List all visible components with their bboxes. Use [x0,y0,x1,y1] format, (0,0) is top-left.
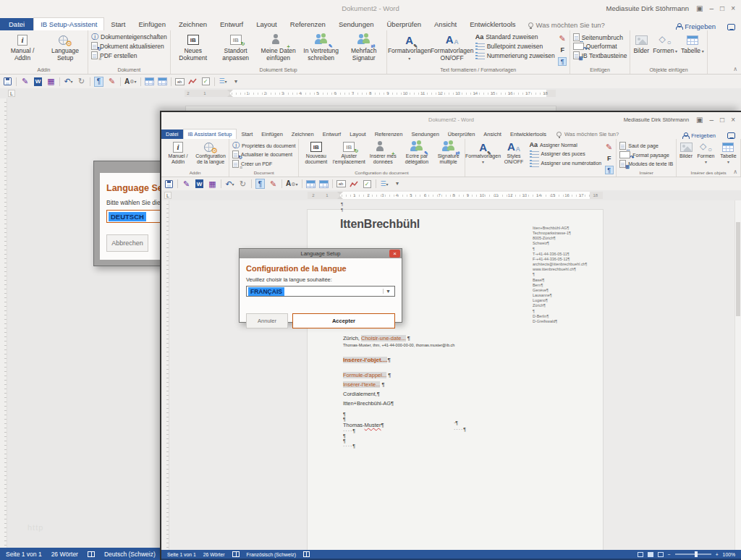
button-format-brush[interactable]: ✎ [604,142,614,152]
tab-berpr-fen[interactable]: Überprüfen [381,18,428,30]
button-nouveau-document[interactable]: IBNouveau document [300,140,331,169]
tab-entwurf[interactable]: Entwurf [213,18,250,30]
word-count[interactable]: 26 Wörter [51,551,78,558]
button-manual-addin[interactable]: iManual / AddIn [1,31,43,67]
tab-sendungen[interactable]: Sendungen [332,18,381,30]
qat-undo-dd[interactable]: ↶▾ [225,179,234,189]
qat-redo[interactable]: ↻ [77,77,86,87]
macro-icon[interactable] [303,551,310,557]
button-pilcrow-active[interactable]: ¶ [604,165,614,175]
cancel-button[interactable]: Annuler [246,313,288,328]
button-pdf-erstellen[interactable]: ≡PDF erstellen [91,51,167,59]
share-button[interactable]: Freigeben [676,22,720,30]
button-seitenumbruch[interactable]: ‐‐Seitenumbruch [573,33,627,41]
share-button[interactable]: Freigeben [682,132,720,139]
tab-einf-gen[interactable]: Einfügen [257,130,287,139]
comments-icon[interactable] [727,24,735,30]
tell-me[interactable]: Was möchten Sie tun? [551,130,624,139]
button-bold-f[interactable]: F [604,153,614,164]
tab-stop-selector[interactable]: L [164,192,172,199]
button-format-brush[interactable]: ✎ [558,33,567,43]
language-indicator[interactable]: Deutsch (Schweiz) [104,551,156,558]
zoom-in-icon[interactable]: + [716,552,719,557]
collapse-ribbon-icon[interactable]: ∧ [733,169,737,175]
button-signature-multiple[interactable]: ⇄Signature multiple [434,140,463,169]
qat-floppy[interactable] [3,77,12,87]
button-bulletpoint-zuweisen[interactable]: Bulletpoint zuweisen [475,42,555,50]
tab-datei[interactable]: Datei [0,18,33,30]
qat-font-settings-dd[interactable]: A⚙▾ [124,77,137,87]
button-cr-er-un-pdf[interactable]: ≡Créer un PDF [232,160,295,168]
button-meine-daten-einf-gen[interactable]: +Meine Daten einfügen [258,31,300,67]
qat-doc-edit-purple[interactable]: ✎ [182,179,191,189]
page-indicator[interactable]: Seite 1 von 1 [167,552,196,557]
tab-ib-setup-assistent[interactable]: IB Setup-Assistent [33,17,104,30]
button-mehrfach-signatur[interactable]: ⇄Mehrfach Signatur [343,31,385,67]
qat-check-box[interactable]: ✓ [201,77,211,87]
zoom-out-icon[interactable]: − [668,552,671,557]
qat-qat-more[interactable]: ▾ [393,179,402,189]
qat-undo-dd[interactable]: ↶▾ [64,77,73,87]
titlebar[interactable]: Dokument2 - Word Mediasuite Dirk Stöhrma… [0,0,741,16]
web-layout-icon[interactable] [658,552,664,557]
qat-chart[interactable] [188,77,198,87]
tab-berpr-fen[interactable]: Überprüfen [444,130,480,139]
button-modules-de-texte-ib[interactable]: ⊞Modules de texte IB [619,160,673,168]
button-formatvorlagen[interactable]: A✎Formatvorlagen ▾ [389,31,431,67]
qat-qat-more[interactable]: ▾ [232,77,241,87]
titlebar[interactable]: Dokument2 - Word Mediasuite Dirk Stöhrma… [161,112,741,127]
qat-word-doc[interactable]: W [33,77,43,87]
comments-icon[interactable] [727,132,735,139]
button-tabelle[interactable]: Tabelle ▾ [679,31,706,67]
button-standort-anpassen[interactable]: IB↻Standort anpassen [215,31,257,67]
accept-button[interactable]: Accepter [292,313,395,328]
button-saut-de-page[interactable]: ‐‐Saut de page [619,142,673,150]
button-propri-t-s-du-document[interactable]: ⓘPropriétés du document [232,142,295,149]
tab-referenzen[interactable]: Referenzen [284,18,332,30]
qat-font-settings-dd[interactable]: A⚙▾ [286,179,298,189]
qat-pilcrow-active[interactable]: ¶ [94,77,103,87]
qat-table-style[interactable] [319,179,329,189]
button-standard-zuweisen[interactable]: AaStandard zuweisen [475,33,555,41]
qat-abc-box[interactable]: ab [336,179,346,189]
button-querformat[interactable]: ↷Querformat [573,43,627,50]
button-formen[interactable]: ◇○Formen ▾ [695,140,717,169]
dialog-titlebar[interactable]: Language Setup × [240,249,402,258]
button-neues-dokument[interactable]: IBNeues Dokument [172,31,214,67]
qat-abc-box[interactable]: ab [175,77,185,87]
close-icon[interactable]: × [389,250,400,258]
qat-table-insert[interactable] [145,77,154,87]
tab-datei[interactable]: Datei [161,130,183,139]
qat-word-doc[interactable]: W [195,179,204,189]
tab-ansicht[interactable]: Ansicht [428,18,463,30]
button-assigner-une-num-rotation[interactable]: Assigner une numérotation [530,159,602,167]
qat-redo[interactable]: ↻ [238,179,247,189]
tell-me[interactable]: Was möchten Sie tun? [522,20,611,30]
button-tabelle[interactable]: Tabelle ▾ [718,140,739,169]
indent-marker[interactable] [337,192,343,199]
language-dropdown[interactable]: FRANÇAIS ▼ [246,286,395,297]
qat-table-style[interactable] [158,77,167,87]
tab-referenzen[interactable]: Referenzen [370,130,407,139]
button-nummerierung-zuweisen[interactable]: Nummerierung zuweisen [475,51,555,59]
button-pilcrow-active[interactable]: ¶ [558,56,567,67]
tab-entwicklertools[interactable]: Entwicklertools [506,130,551,139]
button-manuel-addin[interactable]: iManuel / AddIn [163,140,193,169]
horizontal-ruler[interactable]: 21123456789101112131415161718 [185,90,556,97]
button-dokument-aktualisieren[interactable]: ↻Dokument aktualisieren [91,42,167,50]
button-ecrire-par-d-l-gation[interactable]: ✎Ecrire par délégation [400,140,433,169]
vertical-scrollbar[interactable] [734,200,741,550]
button-format-paysage[interactable]: ↷Format paysage [619,151,673,158]
tab-zeichnen[interactable]: Zeichnen [287,130,318,139]
tab-entwurf[interactable]: Entwurf [318,130,345,139]
zoom-level[interactable]: 100% [723,552,735,557]
qat-floppy[interactable] [164,179,174,189]
cancel-button[interactable]: Abbrechen [106,234,148,252]
tab-einf-gen[interactable]: Einfügen [132,18,172,30]
button-bilder[interactable]: Bilder [678,140,694,169]
language-indicator[interactable]: Französisch (Schweiz) [247,552,296,557]
proofing-icon[interactable] [232,551,240,557]
button-assigner-des-puces[interactable]: Assigner des puces [530,150,602,158]
qat-check-box[interactable]: ✓ [363,179,372,189]
button-styles-on-off[interactable]: AAStyles ON/OFF [501,140,528,175]
